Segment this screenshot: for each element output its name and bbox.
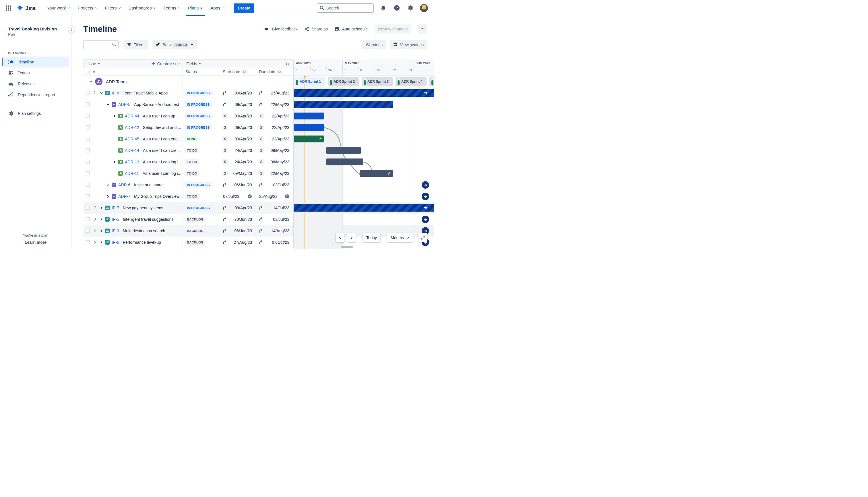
expand-chevron-icon[interactable] (106, 183, 110, 187)
filters-button[interactable]: Filters (124, 40, 148, 49)
fields-header-dropdown[interactable]: Fields (186, 61, 197, 66)
expand-chevron-icon[interactable] (112, 160, 117, 164)
pan-right-button[interactable] (347, 233, 356, 242)
scroll-to-bar-button[interactable]: ➔ (422, 193, 429, 200)
gantt-bar-ADR-12[interactable] (294, 124, 324, 131)
more-actions-button[interactable] (418, 24, 427, 33)
gantt-bar-ADR-14[interactable] (327, 147, 361, 154)
issue-key-link[interactable]: ADR-13 (125, 160, 139, 164)
expand-chevron-icon[interactable] (99, 205, 104, 210)
view-selector-button[interactable]: Basic EDITED (153, 40, 197, 49)
sidebar-collapse-button[interactable] (68, 26, 75, 33)
share-as-button[interactable]: Share as (305, 27, 328, 32)
gantt-bar-ADR-45[interactable] (294, 136, 324, 142)
issue-header-dropdown[interactable]: Issue (86, 61, 96, 66)
view-settings-button[interactable]: View settings (390, 40, 427, 49)
dependency-link-icon[interactable] (387, 171, 391, 175)
row-checkbox[interactable] (86, 229, 90, 233)
gantt-bar-ADR-44[interactable] (294, 113, 324, 119)
expand-chevron-icon[interactable] (99, 229, 104, 233)
row-checkbox[interactable] (86, 102, 90, 106)
create-issue-button[interactable]: Create issue (151, 61, 180, 66)
row-checkbox[interactable] (86, 183, 90, 187)
search-input[interactable] (317, 3, 374, 13)
gantt-bar-ADR-11[interactable] (360, 170, 393, 177)
issue-key-link[interactable]: ADR-14 (125, 148, 139, 153)
remove-date-icon[interactable] (247, 194, 252, 199)
user-avatar[interactable] (420, 4, 428, 12)
issue-key-link[interactable]: IP-7 (112, 205, 119, 210)
row-checkbox[interactable] (86, 205, 90, 210)
row-checkbox[interactable] (86, 171, 90, 175)
expand-chevron-icon[interactable] (106, 194, 110, 199)
row-checkbox[interactable] (86, 125, 90, 129)
date-value: 06/Jun/23 (234, 229, 252, 233)
horizontal-scrollbar-thumb[interactable] (341, 246, 353, 248)
sidebar-item-timeline[interactable]: Timeline (2, 57, 69, 68)
gantt-bar-ADR-5[interactable] (294, 101, 393, 108)
issue-key-link[interactable]: ADR-6 (118, 183, 130, 187)
row-checkbox[interactable] (86, 114, 90, 118)
issue-key-link[interactable]: ADR-11 (125, 171, 139, 176)
issue-key-link[interactable]: IP-5 (112, 217, 119, 222)
expand-chevron-icon[interactable] (112, 114, 117, 118)
learn-more-link[interactable]: Learn more (0, 240, 71, 245)
expand-chevron-icon[interactable] (99, 217, 104, 222)
row-checkbox[interactable] (86, 137, 90, 141)
review-changes-button[interactable]: Review changes (375, 24, 411, 33)
collapse-chevron-icon[interactable] (88, 79, 93, 84)
issue-key-link[interactable]: ADR-45 (125, 137, 139, 141)
zoom-level-dropdown[interactable]: Months (387, 233, 413, 242)
sidebar-item-dependencies-report[interactable]: Dependencies report (2, 89, 69, 100)
settings-gear-icon[interactable] (406, 4, 414, 12)
jira-logo[interactable]: Jira (16, 4, 38, 12)
nav-item-plans[interactable]: Plans (185, 0, 206, 16)
notifications-icon[interactable] (379, 4, 387, 12)
expand-chevron-icon[interactable] (99, 240, 104, 245)
nav-item-dashboards[interactable]: Dashboards (126, 0, 159, 16)
gantt-bar-IP-7[interactable]: ➔ (294, 204, 434, 212)
issue-key-link[interactable]: IP-3 (112, 229, 119, 233)
pan-left-button[interactable] (336, 233, 345, 242)
issue-key-link[interactable]: IP-6 (112, 240, 119, 245)
dependency-link-icon[interactable] (318, 137, 322, 141)
select-all-checkbox[interactable] (86, 70, 90, 74)
scroll-to-bar-button[interactable]: ➔ (422, 216, 429, 223)
row-checkbox[interactable] (86, 160, 90, 164)
auto-schedule-button[interactable]: Auto-schedule (335, 26, 368, 32)
collapse-fields-icon[interactable] (285, 61, 290, 66)
week-tick (359, 68, 359, 70)
nav-item-your-work[interactable]: Your work (44, 0, 73, 16)
give-feedback-button[interactable]: Give feedback (264, 26, 298, 32)
help-icon[interactable]: ? (393, 4, 401, 12)
row-checkbox[interactable] (86, 148, 90, 153)
sidebar-item-releases[interactable]: Releases (2, 79, 69, 89)
row-checkbox[interactable] (86, 194, 90, 198)
gantt-bar-IP-8[interactable]: ➔ (294, 89, 434, 97)
nav-item-apps[interactable]: Apps (207, 0, 227, 16)
create-button[interactable]: Create (234, 3, 254, 13)
nav-item-filters[interactable]: Filters (102, 0, 124, 16)
gantt-bar-ADR-13[interactable] (327, 158, 363, 165)
issue-key-link[interactable]: ADR-12 (125, 125, 139, 130)
issue-key-link[interactable]: ADR-44 (125, 114, 139, 118)
scroll-to-bar-button[interactable]: ➔ (422, 181, 429, 189)
app-switcher-icon[interactable] (4, 3, 13, 13)
issue-key-link[interactable]: ADR-5 (118, 102, 130, 107)
issue-key-link[interactable]: ADR-7 (118, 194, 130, 199)
collapse-chevron-icon[interactable] (99, 91, 104, 95)
collapse-chevron-icon[interactable] (106, 102, 110, 107)
issue-key-link[interactable]: IP-8 (112, 91, 119, 95)
sidebar-item-teams[interactable]: Teams (2, 68, 69, 79)
warnings-button[interactable]: Warnings (362, 40, 386, 49)
today-button[interactable]: Today (363, 233, 380, 242)
sidebar-item-plan-settings[interactable]: Plan settings (2, 108, 69, 119)
fullscreen-button[interactable] (419, 233, 427, 242)
row-checkbox[interactable] (86, 91, 90, 95)
remove-date-icon[interactable] (285, 194, 289, 199)
nav-item-projects[interactable]: Projects (75, 0, 100, 16)
sprint-date-icon: S (259, 113, 264, 118)
nav-item-teams[interactable]: Teams (160, 0, 183, 16)
row-checkbox[interactable] (86, 240, 90, 244)
row-checkbox[interactable] (86, 217, 90, 222)
